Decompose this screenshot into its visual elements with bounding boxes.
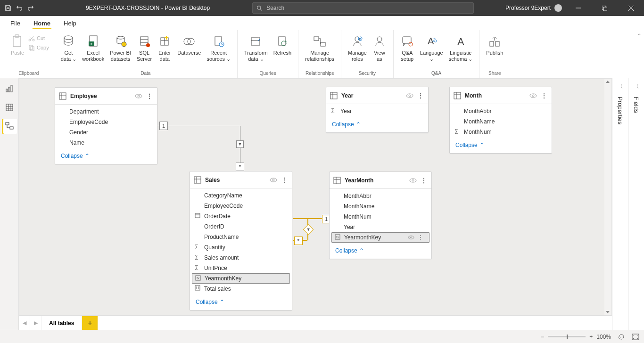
- fields-panel-collapsed[interactable]: 〈 Fields: [628, 78, 644, 330]
- data-view-button[interactable]: [2, 100, 17, 115]
- tab-all-tables[interactable]: All tables: [41, 316, 82, 330]
- more-options-icon[interactable]: ⋮: [146, 92, 153, 100]
- chevron-left-icon[interactable]: 〈: [634, 83, 639, 90]
- table-card-month[interactable]: Month ⋮ MonthAbbr MonthName ∑MonthNum Co…: [449, 87, 552, 154]
- sql-server-button[interactable]: SQL Server: [134, 32, 155, 63]
- field-item[interactable]: Name: [55, 138, 157, 148]
- visibility-icon[interactable]: [135, 93, 142, 99]
- field-item[interactable]: ∑Sales amount: [190, 253, 292, 263]
- field-item[interactable]: Gender: [55, 127, 157, 138]
- field-item[interactable]: EmployeeCode: [55, 117, 157, 127]
- table-card-yearmonth[interactable]: YearMonth ⋮ MonthAbbr MonthName MonthNum…: [329, 172, 432, 259]
- field-item[interactable]: CategoryName: [190, 190, 292, 201]
- collapse-link[interactable]: Collapse⌃: [330, 245, 431, 259]
- field-item[interactable]: OrderID: [190, 221, 292, 232]
- field-item[interactable]: MonthName: [330, 201, 431, 212]
- field-item[interactable]: Department: [55, 106, 157, 117]
- dataverse-button[interactable]: Dataverse: [174, 32, 204, 57]
- transform-data-button[interactable]: Transform data ⌄: [241, 32, 271, 63]
- collapse-link[interactable]: Collapse⌃: [55, 150, 157, 164]
- menu-file[interactable]: File: [5, 18, 26, 29]
- more-options-icon[interactable]: ⋮: [417, 92, 424, 99]
- fit-to-page-icon[interactable]: [618, 334, 625, 340]
- menu-home[interactable]: Home: [28, 18, 56, 29]
- zoom-slider[interactable]: [548, 336, 586, 337]
- canvas-scrollbar[interactable]: [604, 79, 611, 315]
- more-options-icon[interactable]: ⋮: [417, 234, 424, 241]
- ribbon-collapse-icon[interactable]: ⌃: [637, 33, 641, 38]
- table-card-employee[interactable]: Employee ⋮ Department EmployeeCode Gende…: [55, 87, 157, 164]
- collapse-link[interactable]: Collapse⌃: [190, 296, 292, 310]
- enter-data-button[interactable]: Enter data: [155, 32, 174, 63]
- report-view-button[interactable]: [2, 81, 17, 96]
- field-item[interactable]: OrderDate: [190, 211, 292, 221]
- field-item-selected[interactable]: fx YearmonthKey ⋮: [331, 232, 429, 243]
- table-card-sales[interactable]: Sales ⋮ CategoryName EmployeeCode OrderD…: [190, 171, 292, 310]
- fit-to-screen-icon[interactable]: [632, 334, 639, 340]
- field-item[interactable]: ∑Year: [326, 106, 428, 116]
- add-tab-button[interactable]: +: [82, 316, 98, 330]
- visibility-icon[interactable]: [409, 178, 417, 183]
- model-view-button[interactable]: [2, 119, 17, 134]
- field-item[interactable]: Year: [330, 222, 431, 232]
- recent-sources-button[interactable]: Recent sources ⌄: [204, 32, 233, 63]
- tab-nav-prev[interactable]: ◀: [19, 316, 30, 330]
- undo-icon[interactable]: [15, 4, 24, 12]
- more-options-icon[interactable]: ⋮: [541, 92, 548, 99]
- relationship-line[interactable]: [157, 126, 240, 126]
- search-box[interactable]: Search: [252, 2, 474, 14]
- collapse-link[interactable]: Collapse⌃: [326, 118, 428, 132]
- view-as-button[interactable]: View as: [370, 32, 389, 63]
- field-item[interactable]: ∑Quantity: [190, 242, 292, 253]
- refresh-button[interactable]: Refresh: [271, 32, 295, 57]
- field-item[interactable]: MonthName: [450, 116, 552, 127]
- table-header[interactable]: Month ⋮: [450, 87, 552, 104]
- zoom-in-icon[interactable]: +: [589, 334, 593, 340]
- language-button[interactable]: AあLanguage ⌄: [417, 32, 446, 63]
- menu-help[interactable]: Help: [58, 18, 82, 29]
- save-icon[interactable]: [4, 4, 12, 12]
- manage-relationships-button[interactable]: Manage relationships: [302, 32, 337, 63]
- field-item-selected[interactable]: fxYearmonthKey: [192, 273, 290, 284]
- redo-icon[interactable]: [26, 4, 35, 12]
- more-options-icon[interactable]: ⋮: [421, 177, 428, 184]
- close-button[interactable]: [620, 0, 641, 16]
- table-header[interactable]: Employee ⋮: [55, 88, 157, 105]
- visibility-icon[interactable]: [406, 93, 413, 98]
- svg-point-78: [272, 179, 274, 181]
- field-item[interactable]: MonthAbbr: [450, 106, 552, 116]
- table-card-year[interactable]: Year ⋮ ∑Year Collapse⌃: [326, 87, 429, 133]
- linguistic-schema-button[interactable]: ALinguistic schema ⌄: [446, 32, 476, 63]
- field-item[interactable]: EmployeeCode: [190, 201, 292, 211]
- collapse-link[interactable]: Collapse⌃: [450, 139, 552, 153]
- field-item[interactable]: MonthNum: [330, 212, 431, 222]
- field-item[interactable]: ProductName: [190, 232, 292, 242]
- visibility-icon[interactable]: [529, 93, 537, 98]
- zoom-out-icon[interactable]: −: [541, 334, 544, 340]
- excel-workbook-button[interactable]: XExcel workbook: [79, 32, 107, 63]
- tab-nav-next[interactable]: ▶: [30, 316, 41, 330]
- relationship-line-selected[interactable]: [293, 218, 307, 219]
- minimize-button[interactable]: [568, 0, 588, 16]
- table-header[interactable]: Year ⋮: [326, 87, 428, 104]
- powerbi-datasets-button[interactable]: Power BI datasets: [107, 32, 134, 63]
- field-item[interactable]: Total sales: [190, 284, 292, 294]
- zoom-control[interactable]: − + 100%: [541, 334, 611, 340]
- qa-setup-button[interactable]: Q&A setup: [397, 32, 417, 63]
- field-item[interactable]: MonthAbbr: [330, 191, 431, 201]
- field-item[interactable]: ∑MonthNum: [450, 127, 552, 137]
- chevron-left-icon[interactable]: 〈: [618, 83, 623, 90]
- visibility-icon[interactable]: [270, 177, 277, 183]
- field-item[interactable]: ∑UnitPrice: [190, 263, 292, 273]
- get-data-button[interactable]: Get data ⌄: [58, 32, 79, 63]
- more-options-icon[interactable]: ⋮: [281, 176, 288, 184]
- visibility-icon[interactable]: [408, 235, 414, 240]
- manage-roles-button[interactable]: Manage roles: [345, 32, 370, 63]
- properties-panel-collapsed[interactable]: 〈 Properties: [612, 78, 628, 330]
- publish-button[interactable]: Publish: [483, 32, 506, 57]
- table-header[interactable]: Sales ⋮: [190, 172, 292, 188]
- table-header[interactable]: YearMonth ⋮: [330, 172, 431, 189]
- model-canvas[interactable]: 1 ▼ * * ▼ 1 Employee ⋮ Department Employ…: [19, 78, 612, 316]
- maximize-button[interactable]: [594, 0, 615, 16]
- user-account[interactable]: Professor 9Expert: [505, 4, 562, 12]
